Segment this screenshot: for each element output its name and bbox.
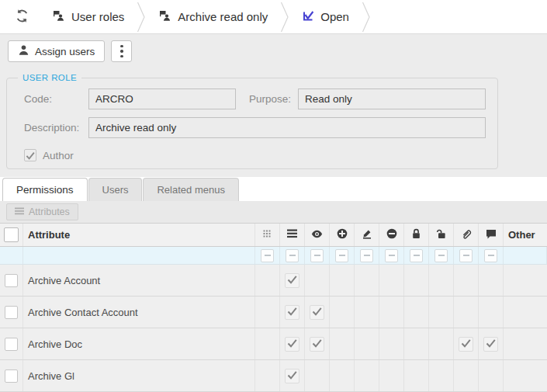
filter-cell-eye — [305, 247, 330, 264]
filter-tristate-unlock[interactable] — [434, 249, 448, 262]
lock-icon — [411, 228, 421, 241]
breadcrumb-label: User roles — [71, 10, 124, 23]
permission-checkbox-eye[interactable] — [310, 305, 324, 320]
attributes-button[interactable]: Attributes — [6, 203, 78, 220]
table-row: Archive Doc — [0, 328, 547, 360]
permission-checkbox-paperclip[interactable] — [459, 337, 473, 352]
filter-cell — [0, 247, 23, 264]
permission-cell-block — [379, 360, 404, 391]
filter-tristate-comment[interactable] — [484, 249, 497, 262]
filter-tristate-block[interactable] — [385, 249, 398, 262]
breadcrumb-bar: User rolesArchive read onlyOpen — [0, 0, 547, 34]
row-select-checkbox[interactable] — [5, 306, 18, 319]
action-toolbar: Assign users — [0, 34, 547, 68]
filter-cell-block — [379, 247, 404, 264]
permission-cell-list — [280, 297, 305, 328]
permission-cell-edit — [355, 265, 379, 296]
hamburger-icon — [15, 206, 24, 217]
permission-checkbox-list[interactable] — [285, 273, 299, 288]
dash-icon — [463, 255, 469, 256]
tab-users[interactable]: Users — [88, 178, 143, 201]
purpose-field[interactable] — [298, 88, 486, 109]
breadcrumb-separator — [137, 0, 147, 33]
filter-tristate-list[interactable] — [286, 249, 299, 262]
permission-cell-unlock — [429, 360, 454, 391]
tab-strip: PermissionsUsersRelated menus — [0, 177, 547, 201]
column-header-edit — [355, 224, 379, 246]
filter-cell-unlock — [429, 247, 454, 264]
author-checkbox[interactable] — [24, 149, 36, 161]
permission-cell-lock — [404, 265, 429, 296]
row-select-cell — [0, 328, 23, 359]
filter-cell-paperclip — [454, 247, 479, 264]
code-field[interactable] — [88, 88, 236, 109]
row-select-cell — [0, 297, 23, 328]
permission-cell-block — [379, 265, 404, 296]
filter-tristate-grid[interactable] — [261, 249, 274, 262]
eye-icon — [311, 229, 323, 241]
attribute-name-cell: Archive Doc — [23, 328, 255, 359]
dash-icon — [289, 255, 296, 256]
status-open-icon — [303, 10, 314, 24]
filter-tristate-lock[interactable] — [410, 249, 423, 262]
breadcrumb-separator — [280, 0, 290, 33]
breadcrumb-separator — [362, 0, 372, 33]
permission-cell-unlock — [429, 328, 454, 359]
permission-checkbox-eye[interactable] — [310, 337, 324, 352]
plus-circle-icon — [337, 228, 348, 241]
dash-icon — [265, 255, 271, 256]
permission-checkbox-list[interactable] — [285, 305, 299, 320]
permissions-table: AttributeOtherArchive AccountArchive Con… — [0, 223, 547, 392]
filter-tristate-eye[interactable] — [310, 249, 324, 262]
select-all-cell — [0, 224, 23, 246]
breadcrumb-item[interactable]: Open — [290, 0, 362, 33]
user-roles-icon — [159, 10, 171, 24]
row-select-checkbox[interactable] — [5, 338, 18, 351]
check-icon — [486, 338, 496, 350]
description-field[interactable] — [88, 117, 486, 138]
row-select-checkbox[interactable] — [5, 274, 18, 287]
breadcrumb: User rolesArchive read onlyOpen — [40, 0, 372, 33]
column-header-eye — [305, 224, 330, 246]
person-icon — [18, 44, 29, 58]
other-column-header: Other — [504, 224, 547, 246]
permission-cell-plus-circle — [330, 265, 355, 296]
more-actions-button[interactable] — [111, 40, 132, 62]
fieldset-legend: USER ROLE — [18, 73, 81, 82]
permission-cell-list — [280, 328, 305, 359]
check-icon — [287, 370, 297, 382]
select-all-checkbox[interactable] — [4, 227, 19, 242]
row-select-checkbox[interactable] — [5, 369, 18, 383]
tab-related-menus[interactable]: Related menus — [143, 178, 238, 201]
permission-checkbox-list[interactable] — [285, 337, 299, 352]
grid-icon — [263, 229, 272, 241]
filter-tristate-edit[interactable] — [360, 249, 373, 262]
refresh-button[interactable] — [11, 6, 33, 28]
app-window: User rolesArchive read onlyOpen Assign u… — [0, 0, 547, 392]
filter-cell — [23, 247, 255, 264]
permission-checkbox-comment[interactable] — [483, 337, 498, 352]
permission-cell-paperclip — [454, 360, 479, 391]
check-icon — [26, 151, 35, 160]
filter-tristate-paperclip[interactable] — [459, 249, 473, 262]
attributes-label: Attributes — [29, 206, 70, 217]
assign-users-button[interactable]: Assign users — [8, 40, 105, 62]
permission-cell-edit — [355, 297, 379, 328]
user-roles-icon — [53, 10, 65, 24]
permission-cell-block — [379, 328, 404, 359]
table-header-row: AttributeOther — [0, 223, 547, 247]
column-header-list — [280, 224, 305, 246]
check-icon — [312, 338, 322, 350]
attribute-name-cell: Archive Account — [23, 265, 255, 296]
row-select-cell — [0, 265, 23, 296]
filter-tristate-plus-circle[interactable] — [335, 249, 348, 262]
column-header-lock — [404, 224, 429, 246]
breadcrumb-item[interactable]: Archive read only — [147, 0, 280, 33]
breadcrumb-item[interactable]: User roles — [40, 0, 137, 33]
permission-cell-plus-circle — [330, 360, 355, 391]
permission-checkbox-list[interactable] — [285, 369, 299, 383]
permission-cell-list — [280, 265, 305, 296]
check-icon — [312, 307, 322, 318]
permission-cell-unlock — [429, 265, 454, 296]
tab-permissions[interactable]: Permissions — [2, 178, 88, 201]
